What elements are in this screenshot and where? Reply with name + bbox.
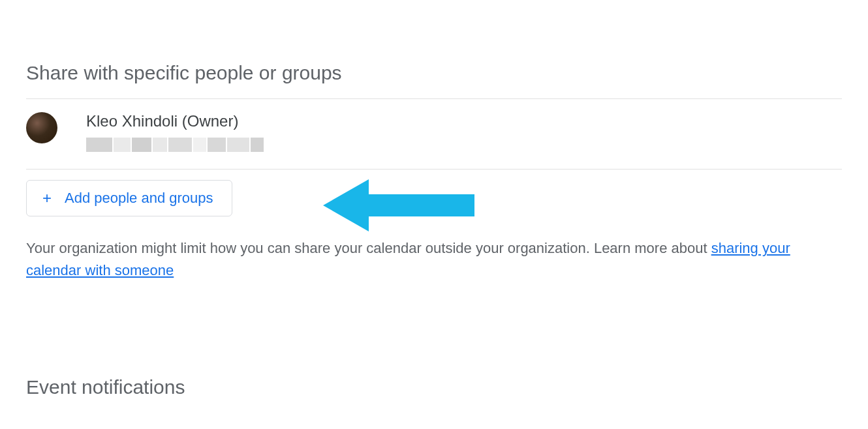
helper-text-prefix: Your organization might limit how you ca… [26, 240, 711, 256]
divider [26, 169, 842, 170]
person-name: Kleo Xhindoli (Owner) [86, 111, 275, 131]
notifications-section-title: Event notifications [26, 376, 842, 398]
add-people-button[interactable]: + Add people and groups [26, 180, 232, 216]
arrow-annotation-icon [323, 176, 480, 235]
person-row: Kleo Xhindoli (Owner) [26, 99, 842, 169]
svg-marker-0 [323, 179, 474, 231]
avatar [26, 112, 57, 143]
helper-text: Your organization might limit how you ca… [26, 237, 842, 282]
person-info: Kleo Xhindoli (Owner) [86, 111, 275, 156]
add-people-label: Add people and groups [65, 190, 213, 207]
plus-icon: + [42, 190, 52, 206]
person-email-redacted [86, 138, 275, 156]
share-section-title: Share with specific people or groups [26, 62, 842, 84]
